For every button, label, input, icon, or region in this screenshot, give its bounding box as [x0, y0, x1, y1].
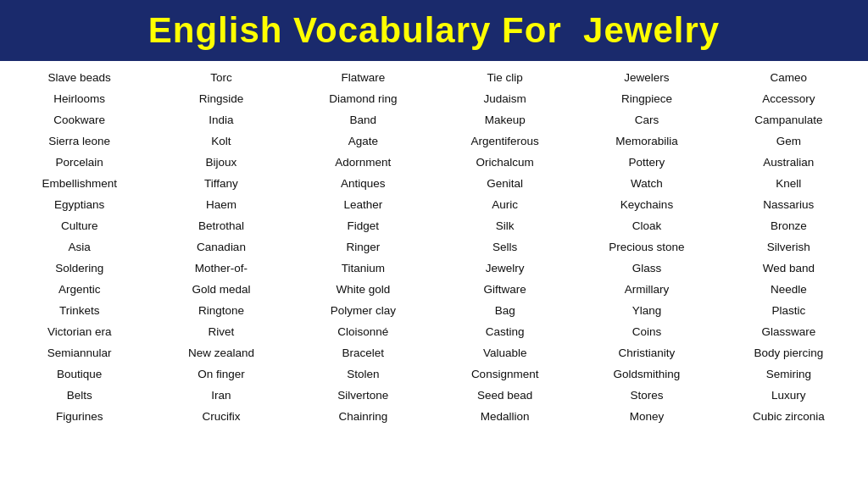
column-2: TorcRingsideIndiaKoltBijouxTiffanyHaemBe…	[150, 68, 292, 427]
list-item: Campanulate	[754, 110, 822, 131]
list-item: Nassarius	[763, 195, 814, 216]
list-item: Figurines	[56, 407, 103, 428]
list-item: Belts	[67, 385, 92, 407]
list-item: Cubic zirconia	[753, 407, 825, 428]
list-item: Australian	[763, 152, 814, 174]
column-6: CameoAccessoryCampanulateGemAustralianKn…	[718, 68, 860, 427]
list-item: Tiffany	[204, 174, 238, 195]
list-item: Trinkets	[59, 301, 100, 322]
column-5: JewelersRingpieceCarsMemorabiliaPotteryW…	[576, 68, 717, 427]
list-item: Valuable	[483, 343, 527, 364]
list-item: Watch	[631, 174, 663, 195]
list-item: Body piercing	[754, 343, 823, 364]
list-item: Cloisonné	[337, 322, 388, 343]
list-item: Genital	[487, 174, 523, 195]
list-item: Agate	[348, 131, 378, 152]
list-item: Consignment	[471, 364, 539, 385]
list-item: White gold	[336, 280, 390, 301]
list-item: Ringside	[199, 89, 244, 110]
header-title-white: English Vocabulary For	[148, 10, 562, 50]
list-item: Bronze	[771, 216, 807, 237]
list-item: Jewelry	[486, 258, 525, 280]
list-item: Egyptians	[54, 195, 104, 216]
list-item: Cars	[635, 110, 659, 131]
list-item: Betrothal	[198, 216, 244, 237]
list-item: Money	[630, 407, 665, 428]
column-4: Tie clipJudaismMakeupArgentiferousOricha…	[434, 68, 576, 427]
list-item: Chainring	[338, 407, 387, 428]
list-item: Kolt	[211, 131, 231, 152]
list-item: Cloak	[632, 216, 662, 237]
list-item: Rivet	[209, 322, 235, 343]
list-item: Goldsmithing	[614, 364, 681, 385]
list-item: Polymer clay	[331, 301, 396, 322]
list-item: Culture	[61, 216, 98, 237]
column-1: Slave beadsHeirloomsCookwareSierra leone…	[8, 68, 150, 427]
list-item: Argentiferous	[471, 131, 539, 152]
list-item: Asia	[69, 237, 91, 258]
list-item: India	[209, 110, 233, 131]
list-item: Silvertone	[337, 385, 388, 407]
list-item: Seed bead	[477, 385, 532, 407]
list-item: Orichalcum	[476, 152, 534, 174]
list-item: Armillary	[625, 280, 670, 301]
list-item: Leather	[343, 195, 382, 216]
list-item: Gold medal	[192, 280, 250, 301]
list-item: Plastic	[771, 301, 805, 322]
list-item: Soldering	[55, 258, 103, 280]
list-item: Silk	[496, 216, 515, 237]
list-item: Sierra leone	[48, 131, 110, 152]
list-item: Makeup	[485, 110, 526, 131]
list-item: Cameo	[771, 68, 808, 89]
list-item: Knell	[776, 174, 801, 195]
list-item: On finger	[198, 364, 245, 385]
list-item: Glass	[632, 258, 662, 280]
list-item: Bijoux	[206, 152, 237, 174]
list-item: Victorian era	[47, 322, 112, 343]
list-item: Ringpiece	[621, 89, 672, 110]
list-item: Keychains	[620, 195, 673, 216]
list-item: Precious stone	[609, 237, 684, 258]
header-title-yellow: Jewelry	[583, 10, 720, 50]
list-item: Glassware	[761, 322, 815, 343]
list-item: Embellishment	[42, 174, 117, 195]
list-item: Needle	[771, 280, 807, 301]
list-item: Heirlooms	[53, 89, 105, 110]
list-item: New zealand	[188, 343, 254, 364]
list-item: Gem	[776, 131, 801, 152]
list-item: Tie clip	[487, 68, 523, 89]
list-item: Crucifix	[202, 407, 240, 428]
list-item: Haem	[206, 195, 236, 216]
list-item: Bag	[495, 301, 515, 322]
list-item: Memorabilia	[615, 131, 678, 152]
list-item: Stolen	[347, 364, 379, 385]
list-item: Semiring	[766, 364, 811, 385]
list-item: Auric	[492, 195, 518, 216]
list-item: Ringer	[346, 237, 380, 258]
list-item: Semiannular	[47, 343, 112, 364]
list-item: Pottery	[629, 152, 665, 174]
list-item: Bracelet	[342, 343, 385, 364]
list-item: Wed band	[763, 258, 815, 280]
list-item: Adornment	[335, 152, 391, 174]
list-item: Jewelers	[624, 68, 669, 89]
list-item: Diamond ring	[329, 89, 397, 110]
list-item: Argentic	[58, 280, 101, 301]
list-item: Iran	[211, 385, 231, 407]
list-item: Christianity	[619, 343, 676, 364]
list-item: Flatware	[341, 68, 385, 89]
list-item: Porcelain	[56, 152, 103, 174]
list-item: Slave beads	[48, 68, 111, 89]
list-item: Casting	[486, 322, 525, 343]
list-item: Fidget	[348, 216, 380, 237]
list-item: Coins	[632, 322, 662, 343]
list-item: Antiques	[341, 174, 386, 195]
list-item: Ringtone	[198, 301, 244, 322]
column-3: FlatwareDiamond ringBandAgateAdornmentAn…	[292, 68, 434, 427]
list-item: Ylang	[632, 301, 662, 322]
list-item: Cookware	[53, 110, 105, 131]
list-item: Band	[350, 110, 377, 131]
list-item: Accessory	[762, 89, 815, 110]
vocabulary-grid: Slave beadsHeirloomsCookwareSierra leone…	[0, 61, 868, 430]
list-item: Sells	[492, 237, 517, 258]
